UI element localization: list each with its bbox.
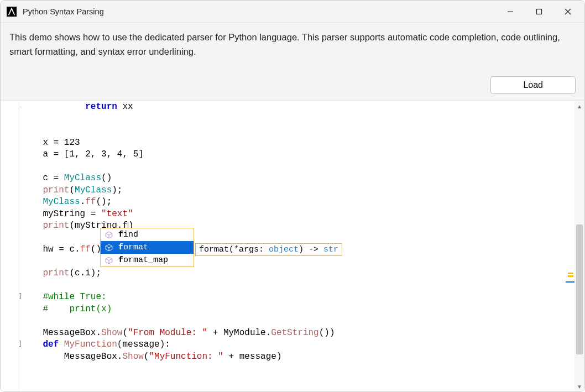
- method-icon: [105, 257, 113, 264]
- header-panel: This demo shows how to use the dedicated…: [1, 23, 584, 101]
- outline-toggle-icon[interactable]: −: [19, 293, 21, 299]
- code-editor[interactable]: return xx x = 123 a = [1, 2, 3, 4, 5] c …: [1, 101, 584, 391]
- code-line[interactable]: [22, 280, 584, 292]
- code-line[interactable]: print(MyClass);: [22, 185, 584, 197]
- tooltip-mid: ) ->: [299, 245, 323, 254]
- autocomplete-item-label: find: [118, 230, 138, 239]
- autocomplete-popup[interactable]: findformatformat_map: [100, 228, 194, 267]
- code-line[interactable]: − #while True:: [22, 291, 584, 304]
- method-icon: [105, 231, 113, 239]
- code-line[interactable]: myString = "text": [22, 208, 584, 221]
- signature-tooltip: format(*args: object) -> str: [195, 243, 342, 256]
- code-line[interactable]: [22, 113, 584, 126]
- code-line[interactable]: a = [1, 2, 3, 4, 5]: [22, 149, 584, 161]
- description-text: This demo shows how to use the dedicated…: [9, 30, 576, 59]
- close-button[interactable]: [553, 1, 582, 23]
- gutter-left: [1, 101, 19, 391]
- minimize-button[interactable]: [496, 1, 525, 23]
- code-line[interactable]: [22, 161, 584, 173]
- autocomplete-item[interactable]: find: [101, 228, 194, 241]
- overview-change-mark: [568, 273, 573, 274]
- load-button[interactable]: Load: [490, 76, 576, 94]
- scrollbar-track[interactable]: [574, 111, 584, 381]
- code-line[interactable]: [22, 125, 584, 137]
- autocomplete-item-label: format: [118, 243, 148, 252]
- tooltip-pre: format(*args:: [199, 245, 269, 254]
- titlebar: Python Syntax Parsing: [1, 1, 584, 23]
- app-window: Python Syntax Parsing This demo shows ho…: [0, 0, 585, 392]
- code-line[interactable]: return xx: [22, 101, 584, 113]
- overview-change-mark: [568, 275, 573, 277]
- code-line[interactable]: # print(x): [22, 304, 584, 316]
- scroll-down-icon[interactable]: ▼: [574, 381, 584, 391]
- code-line[interactable]: print(c.i);: [22, 268, 584, 280]
- window-title: Python Syntax Parsing: [23, 7, 496, 16]
- code-line[interactable]: − def MyFunction(message):: [22, 339, 584, 351]
- overview-ruler: [567, 101, 574, 391]
- autocomplete-item[interactable]: format_map: [101, 254, 194, 266]
- maximize-button[interactable]: [525, 1, 553, 23]
- autocomplete-item[interactable]: format: [101, 241, 194, 254]
- scrollbar-thumb[interactable]: [576, 224, 583, 354]
- code-line[interactable]: MessageBox.Show("MyFunction: " + message…: [22, 351, 584, 363]
- code-line[interactable]: MessageBox.Show("From Module: " + MyModu…: [22, 327, 584, 339]
- tooltip-argtype: object: [269, 245, 299, 254]
- method-icon: [105, 244, 113, 252]
- autocomplete-item-label: format_map: [118, 255, 168, 265]
- vertical-scrollbar[interactable]: ▲ ▼: [574, 101, 584, 391]
- scroll-up-icon[interactable]: ▲: [574, 101, 584, 111]
- code-line[interactable]: MyClass.ff();: [22, 196, 584, 208]
- code-line[interactable]: c = MyClass(): [22, 173, 584, 185]
- svg-rect-2: [537, 9, 542, 14]
- code-line[interactable]: [22, 315, 584, 327]
- outline-toggle-icon[interactable]: −: [19, 341, 21, 347]
- code-line[interactable]: x = 123: [22, 137, 584, 149]
- tooltip-rettype: str: [323, 245, 338, 254]
- app-icon: [6, 6, 17, 17]
